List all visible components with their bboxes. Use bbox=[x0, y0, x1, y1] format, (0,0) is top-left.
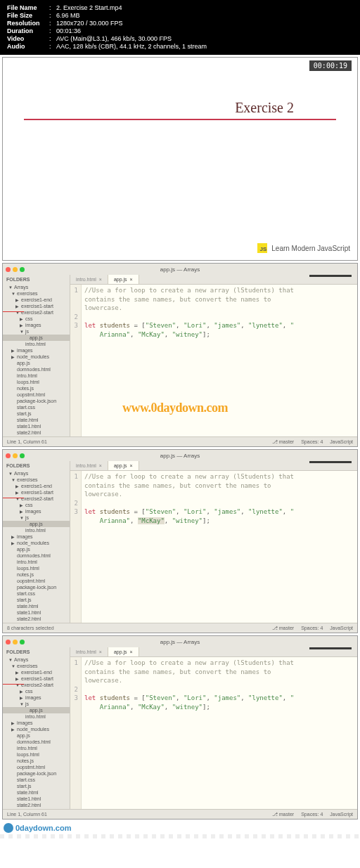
tree-item[interactable]: ▶exercise1-end bbox=[3, 483, 70, 489]
tree-item[interactable]: ▼exercises bbox=[3, 477, 70, 483]
tree-item[interactable]: ▶exercise1-end bbox=[3, 669, 70, 675]
tree-item[interactable]: ▶exercise1-start bbox=[3, 303, 70, 309]
close-tab-icon[interactable]: × bbox=[99, 277, 102, 282]
code-editor[interactable]: 1 23 //Use a for loop to create a new ar… bbox=[70, 285, 357, 436]
sidebar[interactable]: FOLDERS ▼Arrays▼exercises▶exercise1-end▶… bbox=[3, 461, 70, 623]
status-lang[interactable]: JavaScript bbox=[330, 626, 353, 631]
tree-item[interactable]: package-lock.json bbox=[3, 770, 70, 777]
tree-item[interactable]: ▶images bbox=[3, 694, 70, 701]
folder-tree[interactable]: ▼Arrays▼exercises▶exercise1-end▶exercise… bbox=[3, 470, 70, 622]
tree-item[interactable]: ▶css bbox=[3, 502, 70, 508]
minimize-window-icon[interactable] bbox=[13, 267, 18, 272]
tree-item[interactable]: state2.html bbox=[3, 802, 70, 808]
close-window-icon[interactable] bbox=[6, 267, 11, 272]
tab-intro-html[interactable]: intro.html× bbox=[70, 647, 108, 656]
tree-item[interactable]: start.js bbox=[3, 783, 70, 789]
code-lines[interactable]: //Use a for loop to create a new array (… bbox=[82, 657, 357, 809]
close-tab-icon[interactable]: × bbox=[130, 277, 133, 282]
sidebar[interactable]: FOLDERS ▼Arrays▼exercises▶exercise1-end▶… bbox=[3, 275, 70, 436]
tree-item[interactable]: app.js bbox=[3, 546, 70, 552]
status-branch[interactable]: ⎇ master bbox=[272, 626, 294, 631]
tree-item[interactable]: app.js bbox=[3, 521, 70, 527]
tree-item[interactable]: notes.js bbox=[3, 571, 70, 578]
minimize-window-icon[interactable] bbox=[13, 453, 18, 458]
tab-intro-html[interactable]: intro.html× bbox=[70, 275, 108, 284]
tree-item[interactable]: state.html bbox=[3, 789, 70, 796]
tree-item[interactable]: intro.html bbox=[3, 373, 70, 379]
tree-item[interactable]: domnodes.html bbox=[3, 366, 70, 373]
tree-item[interactable]: state2.html bbox=[3, 616, 70, 622]
tree-item[interactable]: app.js bbox=[3, 335, 70, 341]
tree-item[interactable]: intro.html bbox=[3, 745, 70, 751]
tree-item[interactable]: ▶css bbox=[3, 316, 70, 322]
tree-item[interactable]: ▶node_modules bbox=[3, 354, 70, 360]
code-lines[interactable]: //Use a for loop to create a new array (… bbox=[82, 471, 357, 623]
tree-item[interactable]: intro.html bbox=[3, 527, 70, 533]
tree-item[interactable]: ▶exercise1-start bbox=[3, 489, 70, 495]
close-tab-icon[interactable]: × bbox=[99, 649, 102, 654]
tree-item[interactable]: notes.js bbox=[3, 758, 70, 764]
tree-item[interactable]: domnodes.html bbox=[3, 739, 70, 745]
tree-item[interactable]: ▼exercises bbox=[3, 290, 70, 297]
tree-item[interactable]: oopstmt.html bbox=[3, 578, 70, 584]
tree-item[interactable]: ▼js bbox=[3, 514, 70, 521]
folder-tree[interactable]: ▼Arrays▼exercises▶exercise1-end▶exercise… bbox=[3, 284, 70, 436]
status-branch[interactable]: ⎇ master bbox=[272, 439, 294, 445]
tree-item[interactable]: ▶images bbox=[3, 508, 70, 514]
window-controls[interactable] bbox=[6, 267, 25, 272]
folder-tree[interactable]: ▼Arrays▼exercises▶exercise1-end▶exercise… bbox=[3, 656, 70, 808]
tree-item[interactable]: app.js bbox=[3, 360, 70, 366]
status-spaces[interactable]: Spaces: 4 bbox=[301, 626, 323, 631]
close-tab-icon[interactable]: × bbox=[130, 649, 133, 654]
tree-item[interactable]: ▶images bbox=[3, 322, 70, 328]
tree-item[interactable]: ▶node_modules bbox=[3, 726, 70, 732]
status-branch[interactable]: ⎇ master bbox=[272, 812, 294, 817]
code-lines[interactable]: //Use a for loop to create a new array (… bbox=[82, 285, 357, 436]
maximize-window-icon[interactable] bbox=[20, 640, 25, 644]
tree-item[interactable]: ▼exercise2-start bbox=[3, 309, 70, 316]
close-window-icon[interactable] bbox=[6, 453, 11, 458]
tree-item[interactable]: ▶images bbox=[3, 720, 70, 726]
window-controls[interactable] bbox=[6, 640, 25, 644]
tree-item[interactable]: loops.html bbox=[3, 751, 70, 758]
tree-item[interactable]: ▼js bbox=[3, 328, 70, 335]
tree-item[interactable]: ▼js bbox=[3, 701, 70, 707]
sidebar[interactable]: FOLDERS ▼Arrays▼exercises▶exercise1-end▶… bbox=[3, 647, 70, 809]
tree-item[interactable]: oopstmt.html bbox=[3, 764, 70, 770]
tree-item[interactable]: loops.html bbox=[3, 565, 70, 571]
tree-item[interactable]: state1.html bbox=[3, 796, 70, 802]
minimize-window-icon[interactable] bbox=[13, 640, 18, 644]
tab-app-js[interactable]: app.js× bbox=[108, 461, 139, 470]
tree-item[interactable]: intro.html bbox=[3, 341, 70, 347]
tree-item[interactable]: ▼Arrays bbox=[3, 284, 70, 290]
status-spaces[interactable]: Spaces: 4 bbox=[301, 812, 323, 817]
close-tab-icon[interactable]: × bbox=[130, 463, 133, 468]
close-window-icon[interactable] bbox=[6, 640, 11, 644]
tree-item[interactable]: start.js bbox=[3, 410, 70, 417]
tree-item[interactable]: state.html bbox=[3, 603, 70, 609]
tree-item[interactable]: start.js bbox=[3, 597, 70, 603]
tree-item[interactable]: ▶exercise1-end bbox=[3, 297, 70, 303]
tree-item[interactable]: start.css bbox=[3, 404, 70, 410]
tree-item[interactable]: ▶node_modules bbox=[3, 540, 70, 546]
tree-item[interactable]: ▼Arrays bbox=[3, 656, 70, 663]
code-editor[interactable]: 1 23 //Use a for loop to create a new ar… bbox=[70, 657, 357, 809]
tree-item[interactable]: app.js bbox=[3, 732, 70, 739]
tree-item[interactable]: package-lock.json bbox=[3, 584, 70, 590]
tree-item[interactable]: start.css bbox=[3, 590, 70, 597]
tree-item[interactable]: state1.html bbox=[3, 609, 70, 616]
tab-app-js[interactable]: app.js× bbox=[108, 647, 139, 656]
tree-item[interactable]: oopstmt.html bbox=[3, 391, 70, 398]
maximize-window-icon[interactable] bbox=[20, 453, 25, 458]
window-controls[interactable] bbox=[6, 453, 25, 458]
tab-app-js[interactable]: app.js× bbox=[108, 275, 139, 284]
tree-item[interactable]: start.css bbox=[3, 777, 70, 783]
tree-item[interactable]: app.js bbox=[3, 707, 70, 713]
maximize-window-icon[interactable] bbox=[20, 267, 25, 272]
tree-item[interactable]: ▼Arrays bbox=[3, 470, 70, 477]
tree-item[interactable]: ▶exercise1-start bbox=[3, 675, 70, 682]
tree-item[interactable]: ▶css bbox=[3, 688, 70, 694]
status-spaces[interactable]: Spaces: 4 bbox=[301, 439, 323, 445]
tree-item[interactable]: state.html bbox=[3, 417, 70, 423]
tree-item[interactable]: notes.js bbox=[3, 385, 70, 391]
